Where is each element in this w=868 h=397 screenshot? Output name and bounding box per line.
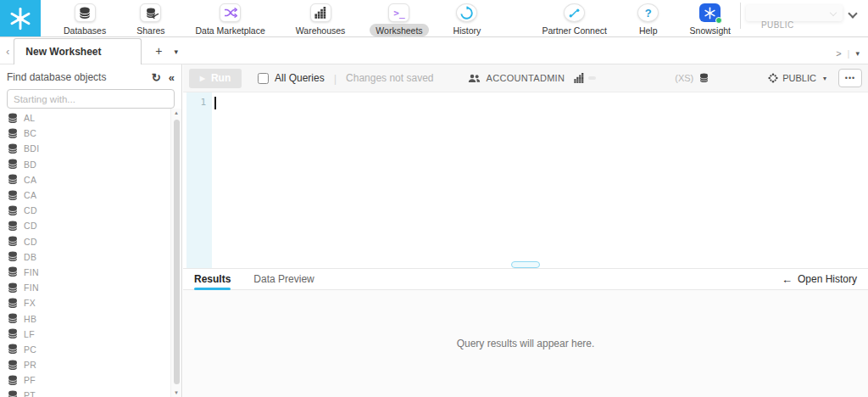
database-icon — [8, 251, 18, 262]
all-queries-checkbox[interactable] — [258, 73, 269, 84]
nav-item-snowsight[interactable]: Snowsight — [684, 3, 737, 36]
database-list-item[interactable]: BC — [0, 126, 170, 141]
tab-data-preview[interactable]: Data Preview — [253, 269, 314, 289]
tabs-scroll-right-icon[interactable]: > — [836, 48, 841, 59]
database-name: PR — [24, 360, 36, 370]
database-list-item[interactable]: PR — [0, 357, 170, 372]
database-name: CD — [24, 221, 37, 231]
account-role-label: PUBLIC — [761, 20, 794, 30]
collapse-sidebar-icon[interactable]: « — [161, 72, 175, 83]
empty-results-message: Query results will appear here. — [457, 338, 595, 349]
scroll-up-icon[interactable]: ▴ — [171, 109, 181, 116]
database-name: PT — [24, 390, 36, 397]
account-chevron-down-icon[interactable] — [848, 8, 857, 18]
database-icon — [8, 221, 18, 232]
database-icon — [8, 313, 18, 324]
tab-results[interactable]: Results — [194, 269, 231, 289]
database-list-item[interactable]: PC — [0, 342, 170, 357]
database-list-item[interactable]: PT — [0, 388, 170, 397]
database-icon — [8, 190, 18, 201]
database-list-item[interactable]: HB — [0, 310, 170, 326]
database-name: CA — [24, 175, 36, 185]
database-name: LF — [24, 329, 35, 339]
database-list-item[interactable]: LF — [0, 327, 170, 342]
redacted-warehouse-name — [588, 76, 596, 80]
database-list-item[interactable]: CA — [0, 187, 170, 203]
database-object-sidebar: Find database objects ↻ « AL BC BDI BD C… — [0, 64, 182, 397]
user-account-menu[interactable]: PUBLIC — [741, 0, 849, 34]
panel-resize-handle[interactable] — [511, 261, 540, 268]
nav-item-worksheets[interactable]: >_ Worksheets — [370, 3, 428, 36]
schema-selector[interactable]: PUBLIC ▾ — [768, 73, 826, 83]
question-mark-glyph: ? — [645, 7, 652, 20]
database-name: FIN — [24, 282, 39, 293]
nav-label: Help — [633, 24, 664, 36]
database-icon — [8, 174, 18, 185]
database-list-item[interactable]: BDI — [0, 141, 170, 156]
scroll-down-icon[interactable]: ▾ — [171, 389, 181, 396]
tab-list-caret-icon[interactable]: ▾ — [855, 49, 860, 58]
primary-nav-items: Databases Shares Data Marketplace Wa — [58, 0, 487, 36]
nav-item-warehouses[interactable]: Warehouses — [290, 3, 352, 36]
role-selector[interactable]: ACCOUNTADMIN — [468, 73, 565, 83]
nav-item-history[interactable]: History — [448, 3, 487, 36]
database-list-item[interactable]: FX — [0, 295, 170, 310]
database-list-item[interactable]: CD — [0, 234, 170, 249]
scrollbar-thumb[interactable] — [174, 120, 180, 384]
databases-icon — [75, 3, 96, 22]
new-worksheet-button[interactable]: + — [142, 44, 165, 64]
tabs-scroll-left-icon[interactable]: ‹ — [0, 45, 14, 64]
nav-item-help[interactable]: ? Help — [633, 3, 664, 36]
database-list-item[interactable]: FIN — [0, 280, 170, 295]
database-icon — [8, 375, 18, 386]
database-icon — [8, 128, 18, 139]
worksheet-menu-caret-icon[interactable]: ▾ — [166, 48, 186, 64]
more-options-button[interactable]: ••• — [838, 69, 862, 87]
database-list-item[interactable]: FIN — [0, 265, 170, 280]
database-icon — [8, 143, 18, 154]
online-status-dot — [715, 17, 722, 24]
sql-editor[interactable]: 1 — [183, 92, 868, 268]
database-list-item[interactable]: BD — [0, 157, 170, 172]
sidebar-scrollbar[interactable]: ▴ ▾ — [170, 109, 181, 397]
tab-new-worksheet[interactable]: New Worksheet — [14, 38, 142, 64]
nav-item-databases[interactable]: Databases — [58, 3, 112, 36]
text-cursor — [214, 97, 216, 109]
nav-label: Warehouses — [290, 24, 352, 36]
database-selector[interactable] — [699, 73, 709, 83]
database-icon — [8, 360, 18, 371]
database-name: BC — [24, 128, 36, 138]
sidebar-title: Find database objects — [7, 71, 144, 83]
nav-item-partner-connect[interactable]: Partner Connect — [536, 3, 612, 36]
database-list-item[interactable]: AL — [0, 110, 170, 126]
nav-item-shares[interactable]: Shares — [131, 3, 170, 36]
worksheet-toolbar: ▶ Run All Queries | Changes not saved AC… — [183, 64, 868, 92]
open-history-button[interactable]: ← Open History — [782, 273, 868, 286]
database-search-input[interactable] — [7, 89, 175, 109]
database-name: CA — [24, 190, 36, 200]
database-icon — [8, 113, 18, 124]
worksheets-terminal-icon: >_ — [388, 3, 409, 22]
warehouses-icon — [310, 3, 331, 22]
database-list-item[interactable]: CD — [0, 203, 170, 218]
database-list-item[interactable]: PF — [0, 372, 170, 388]
database-list-item[interactable]: CD — [0, 218, 170, 233]
database-icon — [8, 236, 18, 247]
nav-label: Snowsight — [684, 24, 737, 36]
editor-line-gutter: 1 — [186, 92, 212, 268]
database-list-item[interactable]: CA — [0, 172, 170, 187]
ellipsis-icon: ••• — [845, 74, 855, 82]
warehouse-selector[interactable] — [574, 73, 584, 83]
help-icon: ? — [637, 3, 659, 22]
chevron-down-icon — [830, 9, 837, 16]
database-list-item[interactable]: DB — [0, 249, 170, 265]
nav-item-data-marketplace[interactable]: Data Marketplace — [189, 3, 270, 36]
snowsight-icon — [699, 3, 721, 22]
run-button[interactable]: ▶ Run — [189, 69, 242, 88]
refresh-icon[interactable]: ↻ — [144, 72, 161, 83]
terminal-glyph: >_ — [393, 8, 404, 19]
snowflake-logo[interactable] — [0, 0, 41, 36]
database-icon — [8, 282, 18, 294]
database-name: FIN — [24, 267, 39, 277]
arrow-left-icon: ← — [782, 273, 793, 286]
